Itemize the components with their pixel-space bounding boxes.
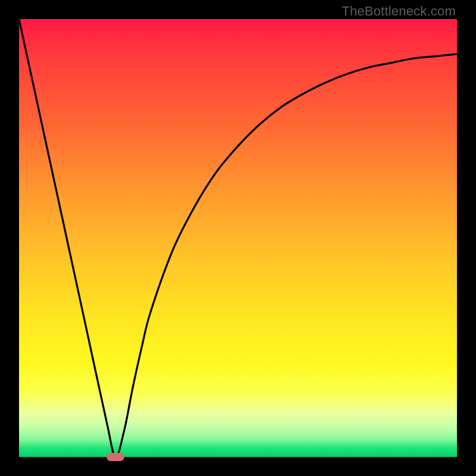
minimum-marker	[107, 453, 124, 462]
watermark-text: TheBottleneck.com	[342, 4, 456, 19]
chart-frame: TheBottleneck.com	[0, 0, 476, 476]
curve-layer	[19, 19, 457, 457]
bottleneck-curve-path	[19, 19, 457, 457]
plot-area	[19, 19, 457, 457]
